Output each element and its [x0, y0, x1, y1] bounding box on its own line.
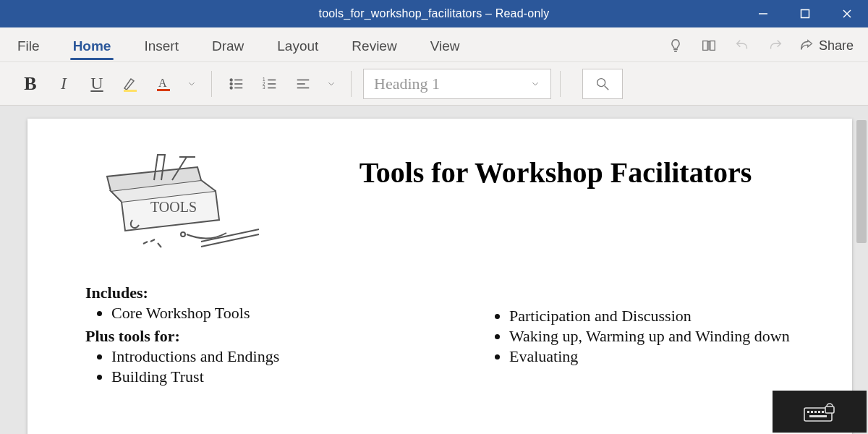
font-color-icon: A: [155, 75, 172, 93]
redo-button[interactable]: [765, 35, 786, 56]
svg-rect-33: [822, 411, 824, 413]
close-icon: [842, 9, 852, 19]
highlight-button[interactable]: [114, 68, 146, 100]
svg-text:3: 3: [263, 85, 265, 90]
svg-text:A: A: [158, 77, 167, 89]
tab-review[interactable]: Review: [349, 34, 399, 61]
bullet-list-icon: [229, 76, 244, 92]
style-select[interactable]: Heading 1: [363, 69, 551, 99]
bullets-button[interactable]: [221, 68, 252, 100]
toolbox-illustration-icon: TOOLS: [93, 151, 281, 267]
svg-point-11: [230, 87, 232, 89]
plus-tools-heading: Plus tools for:: [85, 327, 483, 346]
svg-point-7: [230, 79, 232, 81]
align-button[interactable]: [287, 68, 319, 100]
svg-text:TOOLS: TOOLS: [150, 199, 197, 215]
tab-file[interactable]: File: [14, 34, 43, 61]
ribbon-toolbar: B I U A 123 Heading 1: [0, 62, 868, 106]
right-column: Participation and Discussion Waking up, …: [483, 284, 809, 391]
svg-line-25: [201, 229, 259, 242]
close-button[interactable]: [826, 0, 868, 27]
menu-bar: File Home Insert Draw Layout Review View…: [0, 27, 868, 62]
paragraph-more-button[interactable]: [320, 79, 342, 89]
list-item: Core Workshop Tools: [111, 304, 483, 323]
chevron-down-icon: [326, 79, 336, 89]
left-column: Includes: Core Workshop Tools Plus tools…: [85, 284, 483, 391]
list-item: Evaluating: [509, 347, 809, 366]
reading-view-button[interactable]: [699, 35, 719, 56]
tab-draw[interactable]: Draw: [209, 34, 247, 61]
maximize-icon: [800, 9, 810, 19]
app-window: tools_for_workshop_facilitators – Read-o…: [0, 0, 868, 434]
maximize-button[interactable]: [784, 0, 826, 27]
undo-icon: [733, 38, 751, 54]
toolbox-image: TOOLS: [85, 148, 288, 271]
svg-rect-4: [124, 90, 137, 92]
window-controls: [742, 0, 868, 27]
tab-insert[interactable]: Insert: [141, 34, 182, 61]
underline-button[interactable]: U: [81, 68, 113, 100]
numbered-list-icon: 123: [262, 76, 278, 92]
list-item: Participation and Discussion: [509, 307, 809, 326]
font-color-button[interactable]: A: [148, 68, 179, 100]
style-select-value: Heading 1: [374, 75, 440, 93]
includes-list: Core Workshop Tools: [85, 304, 483, 323]
separator: [351, 71, 352, 97]
tools-list-right: Participation and Discussion Waking up, …: [483, 307, 809, 366]
highlighter-icon: [122, 75, 139, 93]
svg-rect-36: [825, 407, 834, 413]
separator: [211, 71, 212, 97]
on-screen-keyboard-button[interactable]: [773, 391, 867, 433]
tools-list-left: Introductions and Endings Building Trust: [85, 347, 483, 386]
share-button[interactable]: Share: [799, 38, 854, 54]
tab-view[interactable]: View: [427, 34, 463, 61]
undo-button[interactable]: [732, 35, 752, 56]
bold-button[interactable]: B: [14, 68, 46, 100]
svg-point-22: [597, 78, 605, 86]
svg-rect-32: [818, 411, 820, 413]
redo-icon: [767, 38, 784, 54]
keyboard-unlock-icon: [804, 401, 835, 422]
document-page[interactable]: TOOLS Tools for Workshop Facilitators: [27, 119, 852, 434]
separator: [560, 71, 561, 97]
window-title: tools_for_workshop_facilitators – Read-o…: [319, 7, 550, 20]
vertical-scrollbar[interactable]: [856, 120, 867, 243]
list-item: Building Trust: [111, 367, 483, 386]
menu-quick-actions: Share: [665, 35, 854, 61]
svg-rect-1: [801, 10, 809, 18]
font-more-button[interactable]: [181, 79, 203, 89]
italic-button[interactable]: I: [48, 68, 80, 100]
chevron-down-icon: [530, 79, 540, 89]
share-label: Share: [819, 38, 854, 54]
svg-rect-29: [807, 411, 809, 413]
tab-home[interactable]: Home: [70, 34, 114, 61]
list-item: Introductions and Endings: [111, 347, 483, 366]
document-title: Tools for Workshop Facilitators: [302, 148, 809, 271]
svg-line-23: [605, 85, 609, 90]
svg-rect-35: [809, 415, 827, 417]
minimize-icon: [757, 8, 769, 20]
svg-rect-6: [157, 89, 170, 91]
tab-layout[interactable]: Layout: [274, 34, 321, 61]
search-icon: [595, 76, 610, 92]
list-item: Waking up, Warming up and Winding down: [509, 327, 809, 346]
document-body: Includes: Core Workshop Tools Plus tools…: [85, 284, 809, 391]
svg-line-26: [201, 234, 259, 247]
document-area: TOOLS Tools for Workshop Facilitators: [0, 106, 868, 434]
find-button[interactable]: [582, 69, 623, 99]
share-icon: [799, 38, 814, 54]
title-bar: tools_for_workshop_facilitators – Read-o…: [0, 0, 868, 27]
includes-heading: Includes:: [85, 284, 483, 302]
svg-rect-31: [814, 411, 817, 413]
svg-rect-30: [811, 411, 813, 413]
book-open-icon: [700, 38, 718, 54]
lightbulb-button[interactable]: [665, 35, 686, 56]
svg-point-9: [230, 82, 232, 85]
svg-point-27: [181, 232, 185, 237]
lightbulb-icon: [668, 38, 684, 54]
minimize-button[interactable]: [742, 0, 784, 27]
numbering-button[interactable]: 123: [254, 68, 286, 100]
align-icon: [295, 76, 311, 92]
doc-header-row: TOOLS Tools for Workshop Facilitators: [85, 148, 809, 271]
chevron-down-icon: [187, 79, 197, 89]
